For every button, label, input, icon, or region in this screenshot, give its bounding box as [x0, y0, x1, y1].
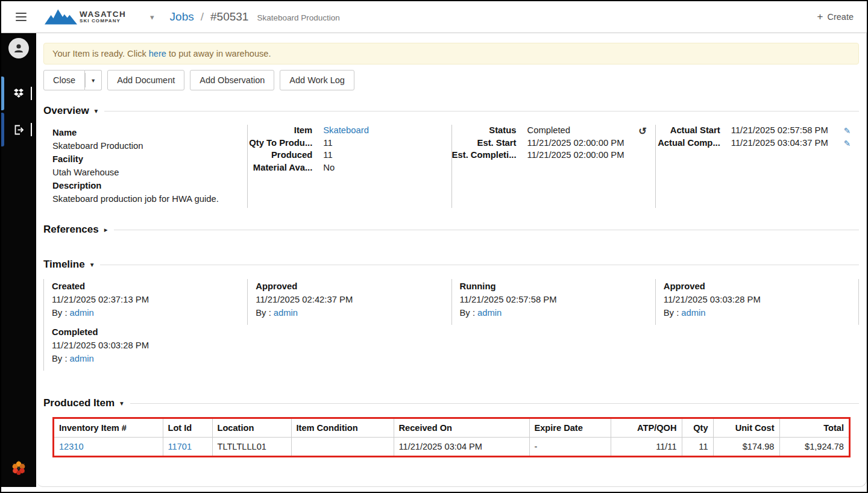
item-condition-cell [291, 438, 394, 456]
by-label: By : [52, 354, 68, 363]
by-label: By : [664, 308, 679, 318]
status-label: Status [452, 125, 517, 135]
inventory-item-link[interactable]: 12310 [59, 442, 84, 451]
timeline-entry-approved-2: Approved 11/21/2025 03:03:28 PM By :admi… [655, 279, 859, 325]
edit-actual-completion-icon[interactable]: ✎ [844, 140, 851, 148]
lot-id-link[interactable]: 11701 [168, 442, 192, 451]
references-expand-caret-icon[interactable]: ▸ [104, 225, 108, 234]
produced-item-title[interactable]: Produced Item [43, 397, 115, 409]
timeline-entry-name: Approved [256, 280, 451, 293]
close-button-group: Close ▾ [43, 70, 102, 90]
description-label: Description [52, 179, 247, 192]
breadcrumb-jobs-link[interactable]: Jobs [170, 10, 194, 24]
produced-item-table-highlight: Inventory Item # Lot Id Location Item Co… [52, 417, 851, 457]
plus-icon: + [817, 11, 823, 23]
section-rule [114, 230, 859, 230]
add-document-button[interactable]: Add Document [107, 70, 184, 90]
banner-text-before: Your Item is ready. Click [52, 49, 146, 58]
overview-column-3: Status Completed ↺ Est. Start 11/21/2025… [451, 125, 655, 208]
name-label: Name [52, 126, 247, 139]
edit-actual-start-icon[interactable]: ✎ [844, 127, 851, 136]
timeline-entry-name: Running [460, 280, 655, 293]
col-total: Total [779, 419, 849, 438]
by-label: By : [460, 308, 476, 318]
est-completion-value: 11/21/2025 02:00:00 PM [527, 150, 624, 160]
sidebar-item-production[interactable] [1, 75, 36, 111]
timeline-entry-created: Created 11/21/2025 02:37:13 PM By :admin [43, 279, 247, 325]
timeline-entry-date: 11/21/2025 02:57:58 PM [460, 293, 655, 306]
produced-value: 11 [323, 150, 332, 160]
item-label: Item [248, 125, 312, 135]
create-button[interactable]: + Create [817, 11, 854, 23]
user-avatar[interactable] [8, 38, 29, 58]
col-item-condition: Item Condition [291, 419, 394, 438]
person-icon [13, 42, 25, 54]
table-header-row: Inventory Item # Lot Id Location Item Co… [54, 419, 849, 438]
timeline-entry-date: 11/21/2025 03:03:28 PM [52, 339, 247, 352]
qty-to-produce-label: Qty To Produ... [248, 138, 312, 148]
facility-label: Facility [52, 152, 247, 166]
close-button[interactable]: Close [43, 70, 85, 90]
section-rule [130, 403, 859, 404]
overview-column-1: Name Skateboard Production Facility Utah… [43, 125, 247, 208]
timeline-user-link[interactable]: admin [681, 308, 705, 318]
item-link[interactable]: Skateboard [323, 125, 369, 135]
by-label: By : [52, 308, 68, 318]
overview-grid: Name Skateboard Production Facility Utah… [43, 125, 859, 208]
stacked-boxes-icon [13, 88, 24, 99]
add-observation-button[interactable]: Add Observation [190, 70, 274, 90]
location-cell: TLTLTLLL01 [212, 438, 291, 456]
add-work-log-button[interactable]: Add Work Log [280, 70, 354, 90]
section-rule [104, 111, 859, 111]
brand-line1: WASATCH [80, 10, 126, 19]
sidebar-item-exit[interactable] [1, 111, 36, 148]
timeline-title[interactable]: Timeline [43, 259, 85, 271]
scroll-indicator [31, 123, 32, 136]
app-launcher-flower-icon[interactable] [10, 459, 28, 479]
section-rule [100, 265, 859, 265]
produced-item-section-header: Produced Item ▾ [43, 397, 859, 409]
timeline-entry-date: 11/21/2025 02:42:37 PM [256, 293, 451, 306]
qty-cell: 11 [682, 438, 713, 456]
timeline-user-link[interactable]: admin [477, 308, 502, 318]
action-toolbar: Close ▾ Add Document Add Observation Add… [43, 70, 859, 90]
timeline-user-link[interactable]: admin [70, 354, 94, 363]
banner-here-link[interactable]: here [149, 49, 166, 58]
references-section-header: References ▸ [43, 224, 859, 236]
timeline-entry-date: 11/21/2025 02:37:13 PM [52, 293, 247, 306]
col-unit-cost: Unit Cost [713, 419, 779, 438]
produced-label: Produced [248, 150, 312, 160]
atp-qoh-cell: 11/11 [611, 438, 682, 456]
close-dropdown-caret-icon[interactable]: ▾ [85, 70, 102, 90]
brand-line2: SKI COMPANY [80, 19, 126, 24]
col-expire-date: Expire Date [529, 419, 611, 438]
hamburger-menu-icon[interactable] [16, 13, 27, 21]
company-name: WASATCH SKI COMPANY [80, 10, 126, 24]
actual-start-label: Actual Start [656, 125, 720, 135]
produced-item-table: Inventory Item # Lot Id Location Item Co… [54, 419, 849, 456]
status-history-icon[interactable]: ↺ [638, 127, 646, 136]
references-title[interactable]: References [43, 224, 99, 236]
timeline-entry-name: Approved [664, 280, 858, 293]
timeline-entry-name: Created [52, 280, 247, 293]
col-atp-qoh: ATP/QOH [611, 419, 682, 438]
breadcrumb-separator: / [201, 10, 204, 24]
col-inventory-item: Inventory Item # [54, 419, 163, 438]
timeline-collapse-caret-icon[interactable]: ▾ [90, 260, 94, 269]
produced-item-collapse-caret-icon[interactable]: ▾ [120, 399, 124, 407]
expire-date-cell: - [529, 438, 611, 456]
overview-column-2: Item Skateboard Qty To Produ... 11 Produ… [247, 125, 451, 208]
scroll-indicator [31, 87, 32, 100]
top-header: WASATCH SKI COMPANY ▾ Jobs / #50531 Skat… [1, 1, 867, 33]
create-label: Create [827, 12, 854, 22]
col-qty: Qty [682, 419, 713, 438]
company-logo[interactable]: WASATCH SKI COMPANY [45, 7, 126, 27]
unit-cost-cell: $174.98 [713, 438, 779, 456]
timeline-user-link[interactable]: admin [274, 308, 298, 318]
overview-collapse-caret-icon[interactable]: ▾ [95, 107, 98, 115]
actual-completion-value: 11/21/2025 03:04:37 PM [731, 138, 828, 148]
sign-out-icon [14, 125, 24, 135]
timeline-user-link[interactable]: admin [70, 308, 94, 318]
app-switcher-caret-icon[interactable]: ▾ [150, 13, 154, 22]
overview-title[interactable]: Overview [43, 105, 89, 117]
